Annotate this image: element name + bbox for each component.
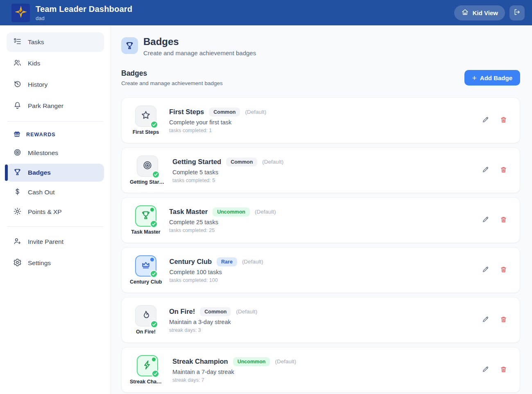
- check-icon: [150, 270, 158, 278]
- badge-name: Getting Started: [172, 158, 221, 166]
- gear-icon: [13, 258, 22, 268]
- page-header: Badges Create and manage achievement bad…: [121, 36, 520, 56]
- badge-card-getting-started: Getting Started Getting Started Common (…: [121, 147, 520, 193]
- trash-icon: [500, 166, 507, 175]
- rarity-badge: Common: [200, 307, 231, 316]
- sidebar-item-invite-parent[interactable]: Invite Parent: [7, 232, 104, 252]
- badge-thumb-label: Century Club: [130, 279, 162, 285]
- badge-info: First Steps Common (Default) Complete yo…: [169, 108, 482, 133]
- badge-actions: [482, 216, 507, 225]
- rarity-dot: [152, 358, 156, 361]
- kid-view-button[interactable]: Kid View: [454, 5, 505, 20]
- delete-badge-button[interactable]: [500, 365, 507, 374]
- delete-badge-button[interactable]: [500, 266, 507, 275]
- badge-description: Complete 100 tasks: [169, 269, 482, 275]
- badge-name: On Fire!: [169, 308, 195, 315]
- kid-view-label: Kid View: [473, 9, 498, 16]
- badge-tile: [137, 355, 158, 376]
- badge-description: Complete 25 tasks: [169, 219, 482, 225]
- pencil-icon: [482, 266, 489, 275]
- badge-name: First Steps: [169, 108, 204, 116]
- badge-info: Century Club Rare (Default) Complete 100…: [169, 257, 482, 283]
- badge-tile: [135, 106, 156, 127]
- edit-badge-button[interactable]: [482, 315, 489, 324]
- badge-stat: tasks completed: 5: [172, 178, 482, 183]
- topbar-actions: Kid View: [454, 5, 525, 20]
- badge-card-century-club: Century Club Century Club Rare (Default)…: [121, 247, 520, 293]
- badge-tile: [135, 205, 156, 227]
- delete-badge-button[interactable]: [500, 116, 507, 125]
- badge-thumb: On Fire!: [130, 305, 162, 335]
- badge-actions: [482, 365, 507, 374]
- badge-stat: tasks completed: 25: [169, 227, 482, 233]
- badge-name: Century Club: [169, 258, 212, 266]
- home-icon: [461, 8, 469, 17]
- badge-thumb-label: Getting Started: [130, 179, 165, 185]
- delete-badge-button[interactable]: [500, 315, 507, 324]
- bolt-icon: [142, 360, 153, 372]
- edit-badge-button[interactable]: [482, 116, 489, 125]
- badge-actions: [482, 116, 507, 125]
- sidebar-item-label: Settings: [28, 259, 51, 267]
- target-icon: [13, 148, 22, 158]
- sidebar-item-points-xp[interactable]: Points & XP: [7, 203, 104, 221]
- badge-stat: tasks completed: 1: [169, 128, 482, 133]
- badge-card-first-steps: First Steps First Steps Common (Default)…: [121, 97, 520, 143]
- badge-tile: [135, 255, 156, 277]
- section-title: Badges: [121, 69, 223, 78]
- badge-description: Maintain a 7-day streak: [172, 369, 482, 375]
- trophy-icon: [140, 210, 151, 222]
- edit-badge-button[interactable]: [482, 266, 489, 275]
- sidebar-item-history[interactable]: History: [7, 75, 104, 95]
- sidebar-item-label: Park Ranger: [28, 102, 63, 110]
- delete-badge-button[interactable]: [500, 166, 507, 175]
- default-tag: (Default): [255, 209, 276, 215]
- edit-badge-button[interactable]: [482, 216, 489, 225]
- pencil-icon: [482, 116, 489, 125]
- trash-icon: [500, 315, 507, 324]
- page-trophy-icon: [121, 37, 138, 54]
- sidebar-item-tasks[interactable]: Tasks: [7, 32, 104, 52]
- badge-thumb: Task Master: [130, 205, 162, 235]
- sidebar-item-kids[interactable]: Kids: [7, 54, 104, 73]
- trophy-icon: [13, 168, 22, 178]
- badge-description: Complete your first task: [169, 119, 482, 126]
- sidebar-item-milestones[interactable]: Milestones: [7, 144, 104, 162]
- default-tag: (Default): [236, 308, 257, 315]
- sidebar-item-settings[interactable]: Settings: [7, 253, 104, 273]
- badge-thumb-label: On Fire!: [136, 329, 156, 335]
- edit-badge-button[interactable]: [482, 166, 489, 175]
- crown-icon: [140, 260, 151, 272]
- kids-icon: [13, 59, 22, 69]
- sidebar-item-label: Points & XP: [28, 208, 62, 216]
- trash-icon: [500, 216, 507, 225]
- sidebar-item-label: Invite Parent: [28, 238, 63, 245]
- badge-info: Task Master Uncommon (Default) Complete …: [169, 207, 482, 233]
- bell-icon: [13, 101, 22, 111]
- badge-tile: [135, 305, 156, 326]
- rarity-badge: Uncommon: [213, 207, 250, 216]
- sidebar-item-park-ranger[interactable]: Park Ranger: [7, 96, 104, 116]
- sidebar-divider: [7, 226, 103, 227]
- logout-button[interactable]: [509, 5, 525, 20]
- badge-description: Maintain a 3-day streak: [169, 319, 482, 325]
- badge-actions: [482, 315, 507, 324]
- check-icon: [152, 370, 159, 378]
- edit-badge-button[interactable]: [482, 365, 489, 374]
- badge-card-task-master: Task Master Task Master Uncommon (Defaul…: [121, 197, 520, 243]
- add-badge-label: Add Badge: [480, 74, 512, 81]
- delete-badge-button[interactable]: [500, 216, 507, 225]
- top-bar: Team Leader Dashboard dad Kid View: [0, 0, 532, 25]
- badge-stat: streak days: 3: [169, 327, 482, 333]
- rarity-badge: Rare: [217, 257, 237, 266]
- badge-actions: [482, 166, 507, 175]
- add-badge-button[interactable]: + Add Badge: [464, 70, 520, 86]
- page-title: Badges: [143, 36, 256, 47]
- check-icon: [150, 320, 158, 328]
- plus-icon: +: [472, 74, 477, 82]
- section-header: Badges Create and manage achievement bad…: [121, 69, 520, 86]
- badge-info: On Fire! Common (Default) Maintain a 3-d…: [169, 307, 482, 333]
- trash-icon: [500, 116, 507, 125]
- sidebar-item-cash-out[interactable]: Cash Out: [7, 183, 104, 201]
- sidebar-item-badges[interactable]: Badges: [7, 164, 104, 182]
